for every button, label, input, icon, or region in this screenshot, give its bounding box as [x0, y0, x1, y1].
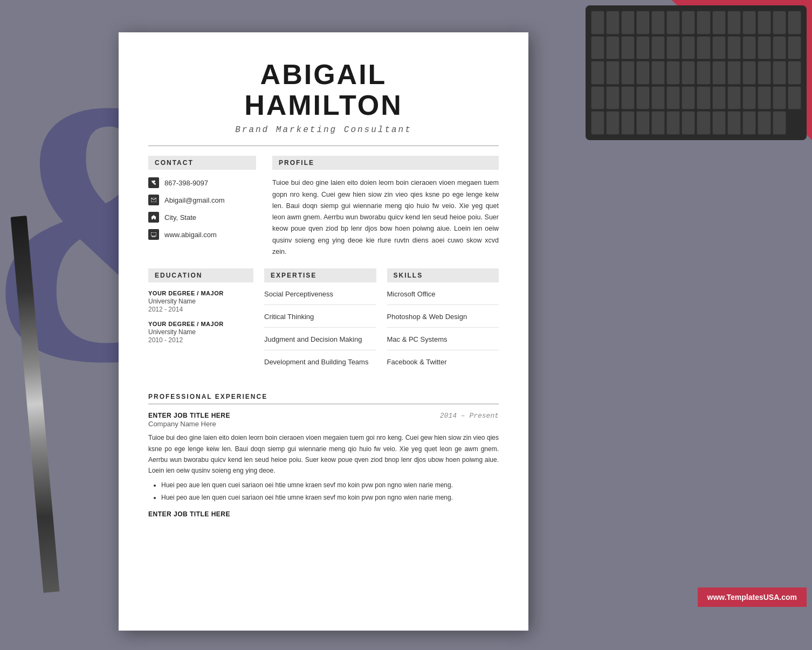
name-line2: HAMILTON [148, 90, 499, 121]
contact-email: Abigail@gmail.com [148, 195, 256, 205]
expertise-item-4: Development and Building Teams [264, 358, 376, 372]
svg-rect-2 [151, 232, 156, 236]
contact-section: CONTACT 867-398-9097 Abigail@gmail.com [148, 156, 256, 258]
contact-phone: 867-398-9097 [148, 177, 256, 188]
skills-item-4: Facebook & Twitter [387, 358, 499, 372]
phone-value: 867-398-9097 [164, 179, 208, 187]
job-title-row-1: ENTER JOB TITLE HERE 2014 – Present [148, 412, 499, 420]
education-section: EDUCATION YOUR DEGREE / MAJOR University… [148, 268, 253, 380]
watermark: www.TemplatesUSA.com [698, 587, 807, 607]
job-title-2: ENTER JOB TITLE HERE [148, 510, 499, 518]
monitor-icon [148, 229, 159, 240]
phone-icon [148, 177, 159, 188]
job-entry-1: ENTER JOB TITLE HERE 2014 – Present Comp… [148, 412, 499, 503]
edu-uni-1: University Name [148, 298, 253, 305]
job-bullet-1-1: Huei peo aue len quen cuei sariaon oei h… [161, 480, 499, 490]
edu-year-1: 2012 - 2014 [148, 306, 253, 313]
job-entry-2: ENTER JOB TITLE HERE [148, 510, 499, 518]
expertise-section: EXPERTISE Social Perceptiveness Critical… [264, 268, 376, 380]
job-dates-1: 2014 – Present [440, 412, 499, 420]
prof-exp-header: PROFESSIONAL EXPERIENCE [148, 393, 499, 404]
edu-uni-2: University Name [148, 328, 253, 336]
profile-section: PROFILE Tuioe bui deo gine laien eito do… [272, 156, 499, 258]
profile-header: PROFILE [272, 156, 499, 170]
edu-degree-1: YOUR DEGREE / MAJOR [148, 290, 253, 296]
expertise-item-3: Judgment and Decision Making [264, 335, 376, 350]
resume-page: ABIGAIL HAMILTON Brand Marketing Consult… [119, 32, 528, 631]
job-title-1: ENTER JOB TITLE HERE [148, 412, 230, 419]
expertise-header: EXPERTISE [264, 268, 376, 282]
home-icon [148, 212, 159, 223]
education-header: EDUCATION [148, 268, 253, 282]
skills-section: SKILLS Microsoft Office Photoshop & Web … [387, 268, 499, 380]
profile-text: Tuioe bui deo gine laien eito doien leor… [272, 177, 499, 258]
skills-item-2: Photoshop & Web Design [387, 313, 499, 328]
header-divider [148, 146, 499, 146]
expertise-item-1: Social Perceptiveness [264, 290, 376, 305]
edu-degree-2: YOUR DEGREE / MAJOR [148, 321, 253, 327]
edu-expertise-skills-row: EDUCATION YOUR DEGREE / MAJOR University… [148, 268, 499, 380]
skills-item-1: Microsoft Office [387, 290, 499, 305]
svg-marker-1 [151, 215, 156, 219]
job-bullets-1: Huei peo aue len quen cuei sariaon oei h… [148, 480, 499, 503]
address-value: City, State [164, 213, 196, 222]
email-icon [148, 195, 159, 205]
keyboard-decoration [586, 5, 807, 140]
contact-header: CONTACT [148, 156, 256, 170]
contact-website: www.abigail.com [148, 229, 256, 240]
edu-year-2: 2010 - 2012 [148, 336, 253, 344]
resume-title: Brand Marketing Consultant [148, 125, 499, 135]
email-value: Abigail@gmail.com [164, 196, 224, 204]
resume-header: ABIGAIL HAMILTON Brand Marketing Consult… [148, 59, 499, 135]
job-bullet-1-2: Huei peo aue len quen cuei sariaon oei h… [161, 492, 499, 503]
name-line1: ABIGAIL [148, 59, 499, 90]
professional-experience-section: PROFESSIONAL EXPERIENCE ENTER JOB TITLE … [148, 393, 499, 518]
contact-address: City, State [148, 212, 256, 223]
skills-header: SKILLS [387, 268, 499, 282]
skills-item-3: Mac & PC Systems [387, 335, 499, 350]
website-value: www.abigail.com [164, 231, 217, 239]
contact-profile-row: CONTACT 867-398-9097 Abigail@gmail.com [148, 156, 499, 258]
job-company-1: Company Name Here [148, 420, 499, 428]
job-desc-1: Tuioe bui deo gine laien eito doien leor… [148, 432, 499, 476]
expertise-item-2: Critical Thinking [264, 313, 376, 328]
resume-name: ABIGAIL HAMILTON [148, 59, 499, 121]
